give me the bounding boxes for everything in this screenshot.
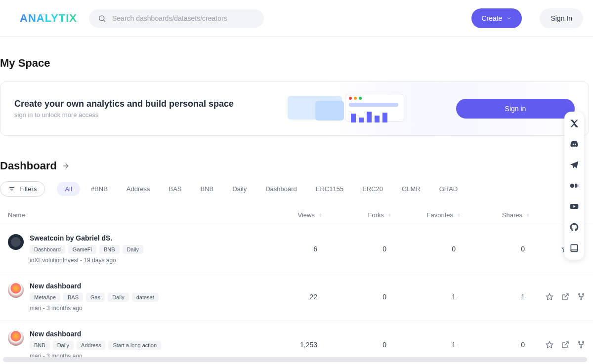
dashboard-heading: Dashboard [0, 160, 57, 172]
horizontal-scrollbar[interactable] [3, 357, 587, 362]
tab-bnb[interactable]: BNB [193, 182, 222, 196]
open-icon[interactable] [561, 293, 569, 301]
star-icon[interactable] [546, 293, 553, 301]
sort-icon [456, 212, 462, 218]
svg-point-14 [581, 299, 582, 300]
logo[interactable]: ANALYTIX [20, 12, 77, 25]
discord-icon[interactable] [569, 139, 579, 149]
fork-icon[interactable] [577, 341, 585, 349]
svg-point-19 [581, 347, 582, 348]
avatar[interactable] [8, 234, 24, 250]
star-icon[interactable] [546, 341, 553, 349]
x-icon[interactable] [569, 119, 579, 128]
svg-line-11 [565, 294, 568, 297]
tab-bas[interactable]: BAS [161, 182, 190, 196]
tab-bnb[interactable]: #BNB [83, 182, 116, 196]
tab-grad[interactable]: GRAD [431, 182, 466, 196]
create-button[interactable]: Create [471, 8, 522, 28]
signin-button[interactable]: Sign In [540, 8, 583, 28]
tab-glmr[interactable]: GLMR [394, 182, 428, 196]
row-meta: mari - 3 months ago [30, 305, 159, 312]
tag[interactable]: Start a long action [108, 341, 161, 350]
tags: MetaApeBASGasDailydataset [30, 293, 159, 302]
col-views[interactable]: Views [254, 211, 323, 219]
col-shares[interactable]: Shares [462, 211, 531, 219]
svg-line-1 [104, 20, 105, 21]
fork-icon[interactable] [577, 293, 585, 301]
svg-point-21 [575, 184, 577, 188]
myspace-section: My Space Create your own analytics and b… [0, 37, 593, 136]
cell-shares: 0 [462, 341, 531, 349]
col-favorites[interactable]: Favorites [392, 211, 462, 219]
tab-address[interactable]: Address [119, 182, 158, 196]
banner-signin-button[interactable]: Sign in [456, 99, 575, 119]
github-icon[interactable] [569, 222, 579, 232]
sort-icon [387, 212, 392, 218]
cell-shares: 1 [462, 293, 531, 301]
tab-daily[interactable]: Daily [224, 182, 254, 196]
tag[interactable]: Daily [53, 341, 74, 350]
filter-icon [8, 186, 15, 193]
filters-label: Filters [19, 185, 37, 193]
tag[interactable]: Address [77, 341, 105, 350]
myspace-heading: My Space [0, 57, 593, 70]
svg-point-13 [583, 293, 584, 295]
tag[interactable]: Daily [123, 245, 143, 254]
arrow-right-icon[interactable] [62, 162, 70, 170]
tag[interactable]: BNB [30, 341, 50, 350]
svg-point-12 [579, 293, 580, 295]
tab-erc20[interactable]: ERC20 [354, 182, 391, 196]
avatar[interactable] [8, 330, 24, 346]
cell-views: 22 [254, 293, 323, 301]
author-link[interactable]: mari [30, 305, 41, 312]
cell-favorites: 0 [392, 245, 462, 253]
sort-icon [525, 212, 531, 218]
app-header: ANALYTIX Create Sign In [0, 0, 593, 37]
filter-row: Filters All#BNBAddressBASBNBDailyDashboa… [0, 181, 593, 197]
youtube-icon[interactable] [569, 202, 579, 211]
tag[interactable]: Dashboard [30, 245, 65, 254]
cell-forks: 0 [323, 341, 392, 349]
col-forks[interactable]: Forks [323, 211, 392, 219]
tag[interactable]: Daily [108, 293, 128, 302]
search-icon [98, 14, 106, 23]
tab-dashboard[interactable]: Dashboard [257, 182, 305, 196]
author-link[interactable]: inXEvolutionInvest [30, 257, 79, 264]
row-actions [531, 341, 585, 349]
filters-button[interactable]: Filters [0, 181, 45, 197]
svg-marker-10 [546, 293, 552, 300]
tab-erc1155[interactable]: ERC1155 [308, 182, 351, 196]
open-icon[interactable] [561, 341, 569, 349]
svg-line-16 [565, 342, 568, 345]
tag[interactable]: GameFi [68, 245, 96, 254]
docs-icon[interactable] [569, 243, 579, 253]
cell-shares: 0 [462, 245, 531, 253]
cell-forks: 0 [323, 245, 392, 253]
row-meta: inXEvolutionInvest - 19 days ago [30, 257, 143, 264]
tag[interactable]: BNB [99, 245, 120, 254]
tag[interactable]: Gas [86, 293, 105, 302]
tab-all[interactable]: All [57, 182, 80, 196]
svg-marker-15 [546, 341, 552, 348]
tag[interactable]: dataset [132, 293, 159, 302]
table-row: New dashboardMetaApeBASGasDailydatasetma… [0, 273, 593, 321]
chevron-down-icon [506, 15, 512, 21]
banner-subtitle: sign in to unlock more access [14, 111, 234, 119]
row-title[interactable]: New dashboard [30, 282, 159, 290]
svg-point-20 [570, 184, 574, 188]
search-input[interactable] [112, 14, 255, 22]
medium-icon[interactable] [569, 181, 579, 191]
row-title[interactable]: Sweatcoin by Gabriel dS. [30, 234, 143, 242]
cell-views: 1,253 [254, 341, 323, 349]
telegram-icon[interactable] [569, 160, 579, 170]
row-title[interactable]: New dashboard [30, 330, 161, 338]
cell-forks: 0 [323, 293, 392, 301]
svg-point-0 [99, 15, 104, 20]
tabs-row: All#BNBAddressBASBNBDailyDashboardERC115… [57, 182, 466, 196]
search-container[interactable] [89, 9, 264, 28]
avatar[interactable] [8, 282, 24, 298]
banner-title: Create your own analytics and build pers… [14, 99, 234, 109]
table-header: Name Views Forks Favorites Shares [0, 205, 593, 225]
tag[interactable]: MetaApe [30, 293, 60, 302]
tag[interactable]: BAS [63, 293, 83, 302]
